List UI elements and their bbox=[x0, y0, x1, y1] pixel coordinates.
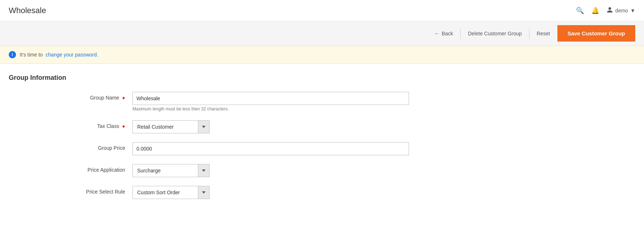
price-application-label: Price Application bbox=[9, 164, 132, 173]
price-application-field: Surcharge bbox=[132, 164, 409, 177]
group-name-field: Maximum length must be less then 32 char… bbox=[132, 92, 409, 112]
divider-1 bbox=[460, 28, 461, 39]
form-container: Group Name ● Maximum length must be less… bbox=[9, 92, 445, 199]
user-icon bbox=[607, 7, 613, 14]
price-select-rule-row: Price Select Rule Custom Sort Order bbox=[9, 186, 445, 199]
price-select-rule-arrow-icon bbox=[202, 191, 206, 194]
action-bar: ← Back Delete Customer Group Reset Save … bbox=[0, 21, 644, 46]
price-select-rule-field: Custom Sort Order bbox=[132, 186, 409, 199]
notification-text: It's time to change your password. bbox=[20, 52, 98, 58]
price-select-rule-dropdown-button[interactable] bbox=[198, 186, 210, 199]
tax-class-required: ● bbox=[122, 123, 125, 129]
price-application-arrow-icon bbox=[202, 169, 206, 172]
price-application-select-wrapper: Surcharge bbox=[132, 164, 409, 177]
tax-class-select-value[interactable]: Retail Customer bbox=[132, 120, 198, 133]
group-name-input[interactable] bbox=[132, 92, 409, 105]
group-name-row: Group Name ● Maximum length must be less… bbox=[9, 92, 445, 112]
section-title: Group Information bbox=[9, 74, 635, 82]
tax-class-arrow-icon bbox=[202, 126, 206, 128]
delete-customer-group-button[interactable]: Delete Customer Group bbox=[468, 31, 522, 36]
group-name-required: ● bbox=[122, 95, 125, 101]
price-application-dropdown-button[interactable] bbox=[198, 164, 210, 177]
price-select-rule-label: Price Select Rule bbox=[9, 186, 132, 195]
tax-class-field: Retail Customer bbox=[132, 120, 409, 133]
tax-class-row: Tax Class ● Retail Customer bbox=[9, 120, 445, 133]
price-application-select-value[interactable]: Surcharge bbox=[132, 164, 198, 177]
group-price-row: Group Price bbox=[9, 142, 445, 155]
notification-prefix: It's time to bbox=[20, 52, 43, 58]
tax-class-dropdown-button[interactable] bbox=[198, 120, 210, 133]
price-select-rule-select-value[interactable]: Custom Sort Order bbox=[132, 186, 198, 199]
user-menu[interactable]: demo ▼ bbox=[607, 7, 635, 14]
price-select-rule-select-wrapper: Custom Sort Order bbox=[132, 186, 409, 199]
content-area: Group Information Group Name ● Maximum l… bbox=[0, 64, 644, 218]
user-dropdown-arrow: ▼ bbox=[630, 8, 635, 13]
reset-button[interactable]: Reset bbox=[537, 31, 550, 36]
header-icons: 🔍 🔔 demo ▼ bbox=[576, 7, 635, 15]
price-application-row: Price Application Surcharge bbox=[9, 164, 445, 177]
info-icon: i bbox=[9, 51, 16, 58]
save-customer-group-button[interactable]: Save Customer Group bbox=[557, 25, 635, 42]
group-price-label: Group Price bbox=[9, 142, 132, 151]
app-title: Wholesale bbox=[9, 6, 46, 15]
change-password-link[interactable]: change your password. bbox=[45, 52, 98, 58]
group-price-field bbox=[132, 142, 409, 155]
divider-2 bbox=[529, 28, 529, 39]
back-label: Back bbox=[442, 31, 453, 36]
group-name-label: Group Name ● bbox=[9, 92, 132, 101]
back-button[interactable]: ← Back bbox=[434, 31, 453, 36]
back-arrow-icon: ← bbox=[434, 31, 440, 36]
notification-banner: i It's time to change your password. bbox=[0, 46, 644, 64]
top-header: Wholesale 🔍 🔔 demo ▼ bbox=[0, 0, 644, 21]
bell-icon[interactable]: 🔔 bbox=[591, 7, 599, 15]
group-name-hint: Maximum length must be less then 32 char… bbox=[132, 106, 409, 112]
tax-class-select-wrapper: Retail Customer bbox=[132, 120, 409, 133]
user-name: demo bbox=[615, 8, 628, 13]
search-icon[interactable]: 🔍 bbox=[576, 7, 584, 15]
tax-class-label: Tax Class ● bbox=[9, 120, 132, 129]
group-price-input[interactable] bbox=[132, 142, 409, 155]
